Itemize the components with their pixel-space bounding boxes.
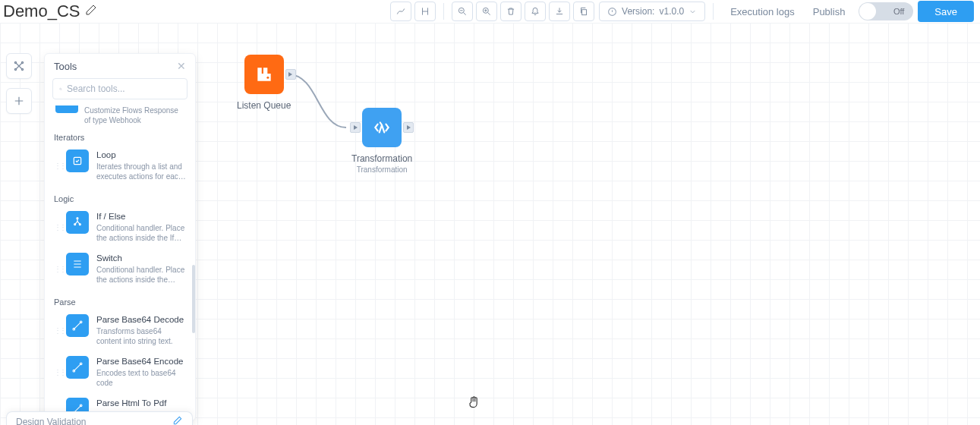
- tool-icon-partial: [55, 105, 78, 113]
- tools-search-input[interactable]: [67, 83, 181, 94]
- toolbar-group: [390, 2, 436, 21]
- node-label: Transformation: [351, 153, 412, 164]
- scrollbar-thumb[interactable]: [192, 265, 195, 333]
- tools-panel-close-icon[interactable]: ✕: [177, 60, 186, 72]
- drag-handle-icon[interactable]: [54, 211, 58, 244]
- tool-item-parse-b64-encode[interactable]: Parse Base64 Encode Encodes text to base…: [48, 351, 192, 393]
- svg-point-8: [60, 88, 61, 90]
- hand-cursor-icon: [466, 395, 481, 413]
- tool-name: Parse Html To Pdf: [96, 398, 186, 409]
- design-validation-bar[interactable]: Design Validation: [6, 411, 193, 425]
- enable-toggle[interactable]: Off: [859, 2, 913, 20]
- bell-button[interactable]: [525, 2, 546, 21]
- tool-desc: Transforms base64 content into string te…: [96, 326, 186, 347]
- zoom-out-button[interactable]: [452, 2, 473, 21]
- svg-rect-2: [582, 10, 587, 15]
- tool-desc: Iterates through a list and executes act…: [96, 162, 186, 182]
- version-selector[interactable]: Version: v1.0.0: [599, 2, 705, 21]
- node-output-port[interactable]: [403, 122, 414, 133]
- tool-name: Loop: [96, 150, 186, 161]
- drag-handle-icon[interactable]: [54, 253, 58, 285]
- tools-panel: Tools ✕ Customize Flows Response of type…: [44, 53, 196, 421]
- save-button[interactable]: Save: [918, 1, 974, 22]
- edit-title-icon[interactable]: [84, 3, 98, 20]
- tool-item-partial[interactable]: Customize Flows Response of type Webhook: [48, 105, 192, 125]
- category-iterators: Iterators: [48, 125, 192, 145]
- tool-desc-partial: Customize Flows Response of type Webhook: [84, 105, 186, 125]
- tool-name: Parse Base64 Decode: [96, 314, 186, 326]
- lambda-icon: [372, 118, 392, 137]
- svg-point-16: [80, 363, 82, 365]
- svg-point-15: [73, 370, 75, 372]
- category-parse: Parse: [48, 290, 192, 310]
- tool-item-switch[interactable]: Switch Conditional handler. Place the ac…: [48, 248, 192, 290]
- tool-name: Parse Base64 Encode: [96, 356, 186, 367]
- rabbitmq-icon: [254, 65, 274, 84]
- svg-point-14: [80, 321, 82, 323]
- tool-desc: Conditional handler. Place the actions i…: [96, 223, 186, 244]
- workflow-canvas[interactable]: Tools ✕ Customize Flows Response of type…: [0, 23, 980, 425]
- drag-handle-icon[interactable]: [54, 356, 58, 389]
- tools-search[interactable]: [52, 78, 187, 99]
- tools-rail-button[interactable]: [6, 53, 32, 79]
- node-transformation[interactable]: Transformation Transformation: [351, 108, 412, 174]
- version-value: v1.0.0: [659, 6, 684, 17]
- drag-handle-icon[interactable]: [54, 314, 58, 347]
- loop-icon: [66, 150, 89, 172]
- transform-icon: [66, 314, 89, 337]
- tool-desc: Encodes text to base64 code: [96, 368, 186, 389]
- tool-desc: Conditional handler. Place the actions i…: [96, 265, 186, 285]
- node-input-port[interactable]: [350, 122, 361, 133]
- curve-tool-button[interactable]: [390, 2, 411, 21]
- left-rail: [6, 53, 32, 114]
- tools-list[interactable]: Customize Flows Response of type Webhook…: [45, 105, 195, 420]
- version-prefix: Version:: [622, 6, 654, 17]
- transform-icon: [66, 356, 89, 379]
- delete-button[interactable]: [500, 2, 522, 21]
- align-tool-button[interactable]: [414, 2, 436, 21]
- svg-point-19: [266, 77, 269, 79]
- svg-point-13: [73, 328, 75, 330]
- node-label: Listen Queue: [237, 100, 291, 111]
- svg-point-10: [77, 218, 78, 219]
- copy-button[interactable]: [573, 2, 594, 21]
- add-rail-button[interactable]: [6, 88, 32, 114]
- top-bar: Demo_CS Version: v1.0.0 Execution logs P…: [0, 0, 980, 23]
- download-button[interactable]: [549, 2, 570, 21]
- zoom-in-button[interactable]: [476, 2, 497, 21]
- tools-panel-title: Tools: [54, 61, 77, 72]
- drag-handle-icon[interactable]: [54, 150, 58, 182]
- tool-item-loop[interactable]: Loop Iterates through a list and execute…: [48, 145, 192, 187]
- edit-icon: [172, 415, 183, 426]
- toggle-label: Off: [893, 7, 904, 16]
- category-logic: Logic: [48, 187, 192, 206]
- node-output-port[interactable]: [285, 69, 296, 80]
- design-validation-label: Design Validation: [16, 417, 87, 426]
- edge-listen-to-transform: [284, 70, 352, 138]
- page-title: Demo_CS: [3, 2, 80, 21]
- chevron-down-icon: [689, 8, 697, 16]
- branch-icon: [66, 211, 89, 234]
- switch-icon: [66, 253, 89, 275]
- publish-button[interactable]: Publish: [804, 2, 855, 21]
- tool-item-if-else[interactable]: If / Else Conditional handler. Place the…: [48, 206, 192, 248]
- search-icon: [59, 84, 62, 94]
- toggle-knob: [859, 3, 876, 20]
- node-sublabel: Transformation: [357, 165, 408, 174]
- node-listen-queue[interactable]: Listen Queue: [237, 55, 291, 111]
- tool-item-parse-b64-decode[interactable]: Parse Base64 Decode Transforms base64 co…: [48, 310, 192, 351]
- execution-logs-button[interactable]: Execution logs: [721, 2, 804, 21]
- separator: [443, 3, 444, 20]
- tool-name: Switch: [96, 253, 186, 264]
- separator: [713, 3, 714, 20]
- tool-name: If / Else: [96, 211, 186, 222]
